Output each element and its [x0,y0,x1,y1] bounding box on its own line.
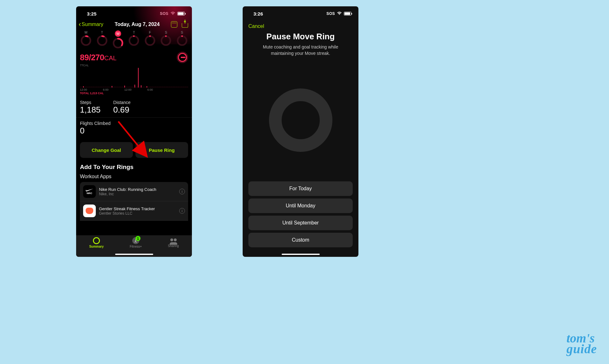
chart-total: TOTAL 1,213 CAL [80,92,188,95]
app-row-gentler[interactable]: Gentler Streak Fitness Tracker Gentler S… [80,201,188,221]
canvas: 3:25 SOS ‹ Summary Today, Aug 7, 2024 M [76,0,450,266]
activity-ring-icon [177,35,187,46]
calories-goal: 270 [91,53,104,62]
activity-ring-icon [113,38,123,49]
distance-label: Distance [113,100,136,105]
back-button[interactable]: ‹ Summary [79,21,103,28]
day-t-3[interactable]: T [128,30,139,49]
pause-option-list: For TodayUntil MondayUntil SeptemberCust… [243,178,358,257]
day-f-4[interactable]: F [145,30,155,49]
share-icon[interactable] [182,23,188,28]
pause-option-3[interactable]: Custom [248,233,353,247]
app-name: Gentler Streak Fitness Tracker [99,206,176,211]
svg-point-0 [82,36,90,45]
tab-summary[interactable]: Summary [89,237,104,248]
sos-label: SOS [160,11,168,16]
day-label: M [85,30,88,34]
ring-icon [269,88,332,152]
calendar-icon[interactable] [171,21,177,28]
day-t-1[interactable]: T [97,30,108,49]
watermark-line2: guide [566,344,597,354]
nike-icon: NRC [83,185,96,198]
calorie-readout: 89/270CAL [76,50,192,64]
week-ring-row: M T W T [76,30,192,50]
tab-sharing[interactable]: Sharing [168,237,179,248]
stat-steps: Steps 1,185 [80,100,101,115]
hourly-chart: 77CAL 12:006:0012:006:00 TOTAL 1,213 CAL [76,64,192,95]
status-bar: 3:25 SOS [76,6,192,19]
day-s-6[interactable]: S [177,30,187,49]
sheet-header: Cancel Pause Move Ring Mute coaching and… [243,19,358,56]
calories-unit: CAL [104,55,117,62]
nav-actions [171,21,188,28]
svg-point-10 [161,36,170,45]
day-m-0[interactable]: M [81,30,91,49]
nav-header: ‹ Summary Today, Aug 7, 2024 [76,19,192,30]
sheet-description: Mute coaching and goal tracking while ma… [248,42,353,56]
app-row-nike[interactable]: NRC Nike Run Club: Running Coach Nike, I… [80,182,188,201]
status-bar: 3:26 SOS [243,6,358,19]
change-goal-button[interactable]: Change Goal [80,142,133,158]
tab-fitness-label: Fitness+ [130,245,142,248]
chart-canvas [80,68,188,87]
steps-label: Steps [80,100,101,105]
info-icon[interactable]: i [179,208,185,214]
app-list: NRC Nike Run Club: Running Coach Nike, I… [76,182,192,221]
day-s-5[interactable]: S [160,30,171,49]
sheet-title: Pause Move Ring [248,32,353,42]
goal-button-row: Change Goal Pause Ring [76,140,192,161]
chart-tick: 12:00 [124,88,132,91]
day-label: T [101,30,103,34]
status-time: 3:26 [253,11,263,16]
wifi-icon [170,11,175,16]
back-label: Summary [82,22,103,27]
wifi-icon [337,11,342,16]
svg-point-12 [178,36,187,45]
day-label: T [133,30,135,34]
svg-point-6 [129,36,138,45]
sos-label: SOS [326,11,335,16]
pause-ring-button[interactable]: Pause Ring [135,142,188,158]
chart-tick: 12:00 [80,88,87,91]
paused-ring-graphic [243,62,358,178]
chart-tick: 6:00 [103,88,109,91]
chart-peak-label: 77CAL [80,64,188,67]
activity-ring-icon [145,35,155,46]
phone-fitness-summary: 3:25 SOS ‹ Summary Today, Aug 7, 2024 M [76,6,192,257]
sharing-icon [170,238,177,244]
tab-fitness-plus[interactable]: 1 Fitness+ [130,237,142,248]
pause-option-2[interactable]: Until September [248,216,353,230]
workout-apps-title: Workout Apps [76,172,192,182]
activity-detail-button[interactable] [177,52,188,63]
chevron-left-icon: ‹ [79,21,81,28]
home-indicator[interactable] [115,254,153,255]
activity-ring-icon [128,35,139,46]
steps-value: 1,185 [80,105,101,115]
rings-icon [93,237,100,244]
app-developer: Gentler Stories LLC [99,211,176,216]
tab-bar: Summary 1 Fitness+ Sharing [76,235,192,257]
day-label: S [165,30,167,34]
activity-ring-icon [81,35,91,46]
phone-pause-ring-sheet: 3:26 SOS Cancel Pause Move Ring Mute coa… [243,6,358,257]
stats-row: Steps 1,185 Distance 0.69MI [76,95,192,118]
app-developer: Nike, Inc [99,192,176,196]
activity-ring-icon [160,35,171,46]
stat-flights: Flights Climbed 0 [76,118,192,140]
day-w-2[interactable]: W [113,30,123,49]
day-label: F [149,30,151,34]
calories-current: 89 [80,53,89,62]
app-name: Nike Run Club: Running Coach [99,187,176,192]
watermark-logo: tom's guide [566,333,597,354]
distance-unit: MI [129,107,136,114]
status-right: SOS [160,11,185,16]
day-label: W [115,30,121,37]
cancel-button[interactable]: Cancel [248,23,353,29]
info-icon[interactable]: i [179,189,185,194]
pause-option-1[interactable]: Until Monday [248,198,353,213]
day-label: S [181,30,183,34]
svg-point-8 [146,36,154,45]
pause-option-0[interactable]: For Today [248,181,353,196]
home-indicator[interactable] [282,254,320,255]
status-time: 3:25 [87,11,96,16]
